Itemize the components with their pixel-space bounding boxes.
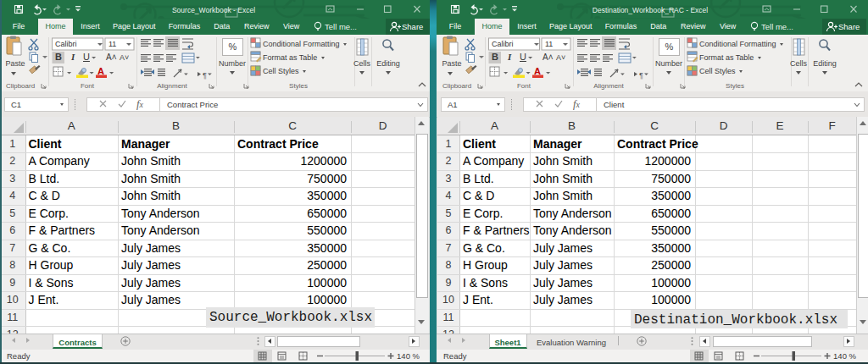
svg-text:A: A <box>534 66 541 76</box>
svg-text:¶: ¶ <box>203 71 207 80</box>
svg-text:¶: ¶ <box>639 71 643 80</box>
svg-text:A: A <box>97 66 104 76</box>
